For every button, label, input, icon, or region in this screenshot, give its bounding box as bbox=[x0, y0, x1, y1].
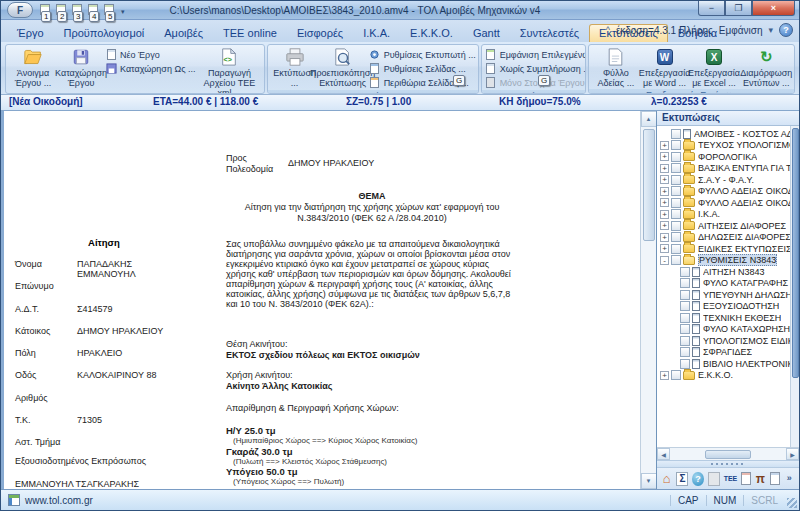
expand-icon[interactable]: + bbox=[660, 371, 669, 380]
expand-icon[interactable]: + bbox=[660, 210, 669, 219]
bank-icon[interactable]: π bbox=[755, 472, 766, 486]
help-icon[interactable]: ? bbox=[779, 23, 793, 37]
tree-item[interactable]: +ΑΙΤΗΣΕΙΣ ΔΙΑΦΟΡΕΣ bbox=[660, 220, 790, 232]
scrollbar-thumb[interactable] bbox=[792, 128, 799, 378]
tree-item[interactable]: ΑΙΤΗΣΗ Ν3843 bbox=[660, 266, 790, 278]
tab-ekko[interactable]: Ε.Κ.Κ.Ο. bbox=[400, 24, 463, 42]
tab-gantt[interactable]: Gantt bbox=[463, 24, 510, 42]
resize-grip[interactable] bbox=[787, 498, 797, 508]
tee-icon[interactable]: TEE bbox=[724, 472, 738, 486]
tab-ergo[interactable]: Έργο bbox=[7, 24, 54, 42]
expand-icon[interactable]: + bbox=[660, 141, 669, 150]
checkbox[interactable] bbox=[680, 290, 690, 300]
scroll-down-icon[interactable]: ▼ bbox=[641, 473, 657, 489]
home-icon[interactable]: ⌂ bbox=[661, 472, 672, 486]
checkbox[interactable] bbox=[671, 209, 681, 219]
tree-item[interactable]: +ΦΥΛΛΟ ΑΔΕΙΑΣ ΟΙΚΟΔΟΜΗΣ bbox=[660, 186, 790, 198]
checkbox[interactable] bbox=[671, 163, 681, 173]
expand-icon[interactable]: + bbox=[660, 164, 669, 173]
page-settings-button[interactable]: Ρυθμίσεις Σελίδας ... bbox=[369, 62, 476, 75]
quick-access-button-1[interactable]: 1 bbox=[39, 4, 52, 17]
tree-item[interactable]: +ΕΙΔΙΚΕΣ ΕΚΤΥΠΩΣΕΙΣ bbox=[660, 243, 790, 255]
document-preview[interactable]: Αίτηση ΌνομαΠΑΠΑΔΑΚΗΣ ΕΜΜΑΝΟΥΗΛ Επώνυμο … bbox=[1, 111, 640, 489]
scroll-right-icon[interactable]: ▶ bbox=[786, 448, 799, 460]
maximize-button[interactable]: ❐ bbox=[725, 1, 752, 16]
quick-access-dropdown-icon[interactable]: ▾ bbox=[121, 8, 125, 16]
checkbox[interactable] bbox=[680, 359, 690, 369]
tree-item[interactable]: ΕΞΟΥΣΙΟΔΟΤΗΣΗ bbox=[660, 301, 790, 313]
tab-tee-online[interactable]: TEE online bbox=[213, 24, 287, 42]
tree-item[interactable]: +ΦΥΛΛΟ ΑΔΕΙΑΣ ΟΙΚΟΔΟΜΗΣ ΝΕ bbox=[660, 197, 790, 209]
tree-item[interactable]: +Ι.Κ.Α. bbox=[660, 209, 790, 221]
tree-item[interactable]: +ΒΑΣΙΚΑ ΕΝΤΥΠΑ ΓΙΑ ΤΗΝ ΕΚΔΟΣΗ bbox=[660, 163, 790, 175]
tree-horizontal-scrollbar[interactable]: ◀ ▶ bbox=[657, 447, 799, 460]
checkbox[interactable] bbox=[671, 255, 681, 265]
save-as-button[interactable]: Καταχώρηση Ως ... bbox=[105, 62, 196, 75]
quick-access-button-4[interactable]: 4 bbox=[87, 4, 100, 17]
print-preview-button[interactable]: Προεπισκόπηση Εκτύπωσης bbox=[319, 46, 367, 89]
tab-ika[interactable]: Ι.Κ.Α. bbox=[353, 24, 400, 42]
close-button[interactable]: × bbox=[752, 1, 795, 16]
minimize-button[interactable]: − bbox=[698, 1, 725, 16]
tree-item[interactable]: +Ε.Κ.Κ.Ο. bbox=[660, 370, 790, 382]
expand-icon[interactable]: + bbox=[660, 152, 669, 161]
quick-access-button-5[interactable]: 5 bbox=[103, 4, 116, 17]
checkbox[interactable] bbox=[671, 370, 681, 380]
tree-vertical-scrollbar[interactable] bbox=[790, 126, 799, 447]
tree-item[interactable]: ΣΦΡΑΓΙΔΕΣ bbox=[660, 347, 790, 359]
quick-access-button-2[interactable]: 2 bbox=[55, 4, 68, 17]
empty-box-icon[interactable] bbox=[708, 472, 720, 486]
tree-item[interactable]: ΦΥΛΟ ΚΑΤΑΓΡΑΦΗΣ ΕΛΛΕΙΨ bbox=[660, 278, 790, 290]
expand-icon[interactable]: + bbox=[660, 198, 669, 207]
tab-amoibes[interactable]: Αμοιβές bbox=[154, 24, 213, 42]
scrollbar-thumb[interactable] bbox=[643, 129, 655, 241]
collapse-icon[interactable]: - bbox=[660, 256, 669, 265]
chevron-down-icon[interactable]: ▾ bbox=[768, 25, 773, 35]
show-selected-button[interactable]: Εμφάνιση Επιλεγμένων bbox=[485, 48, 586, 61]
checkbox[interactable] bbox=[680, 313, 690, 323]
checkbox[interactable] bbox=[680, 336, 690, 346]
edit-with-excel-button[interactable]: X Επεξεργασία με Excel ... bbox=[689, 46, 738, 89]
new-project-button[interactable]: Νέο Έργο bbox=[105, 48, 196, 61]
tree-item-selected[interactable]: -ΡΥΘΜΙΣΕΙΣ Ν3843 bbox=[660, 255, 790, 267]
checkbox[interactable] bbox=[671, 221, 681, 231]
checkbox[interactable] bbox=[680, 267, 690, 277]
scroll-up-icon[interactable]: ▲ bbox=[641, 111, 657, 127]
expand-icon[interactable]: + bbox=[660, 233, 669, 242]
tree-item[interactable]: +Σ.Α.Υ - Φ.Α.Υ. bbox=[660, 174, 790, 186]
checkbox[interactable] bbox=[671, 186, 681, 196]
generate-tee-xml-button[interactable]: <> Παραγωγή Αρχείου TEE xml ... bbox=[198, 46, 260, 94]
tab-syntelestes[interactable]: Συντελεστές bbox=[510, 24, 589, 42]
format-forms-button[interactable]: ↻ Διαμόρφωση Εντύπων ... bbox=[742, 46, 791, 89]
website-link[interactable]: www.tol.com.gr bbox=[25, 495, 93, 506]
edit-with-word-button[interactable]: W Επεξεργασία με Word ... bbox=[640, 46, 689, 89]
panel-splitter[interactable] bbox=[657, 460, 799, 467]
checkbox[interactable] bbox=[680, 301, 690, 311]
leave-sheet-button[interactable]: Φύλλο Αδείας ... bbox=[592, 46, 640, 89]
document-icon[interactable] bbox=[770, 472, 779, 485]
save-project-button[interactable]: Καταχώρηση Έργου bbox=[57, 46, 105, 89]
tree-item[interactable]: +ΔΗΛΩΣΕΙΣ ΔΙΑΦΟΡΕΣ bbox=[660, 232, 790, 244]
tree-item[interactable]: +ΦΟΡΟΛΟΓΙΚΑ bbox=[660, 151, 790, 163]
tree-item[interactable]: ΥΠΟΛΟΓΙΣΜΟΣ ΕΙΔΙΚΟΥ ΠΡ bbox=[660, 335, 790, 347]
tree-item[interactable]: ΦΥΛΟ ΚΑΤΑΧΩΡΗΣΗΣ bbox=[660, 324, 790, 336]
expand-icon[interactable]: + bbox=[660, 175, 669, 184]
checkbox[interactable] bbox=[671, 140, 681, 150]
expand-icon[interactable]: + bbox=[660, 187, 669, 196]
expand-icon[interactable]: + bbox=[660, 221, 669, 230]
checkbox[interactable] bbox=[680, 324, 690, 334]
tree-item[interactable]: ΒΙΒΛΙΟ ΗΛΕΚΤΡΟΝΙΚΗΣ ΚΑΤ bbox=[660, 358, 790, 370]
checkbox[interactable] bbox=[671, 129, 681, 139]
open-project-button[interactable]: Άνοιγμα Έργου ... bbox=[9, 46, 57, 89]
tree-item[interactable]: +ΤΕΥΧΟΣ ΥΠΟΛΟΓΙΣΜΟΥ ΑΜΟΙΒΩΝ bbox=[660, 140, 790, 152]
checkbox[interactable] bbox=[680, 278, 690, 288]
tab-proypologismoi[interactable]: Προϋπολογισμοί bbox=[54, 24, 155, 42]
tree-item[interactable]: ΥΠΕΥΘΥΝΗ ΔΗΛΩΣΗ bbox=[660, 289, 790, 301]
display-menu[interactable]: Εμφάνιση bbox=[719, 25, 763, 36]
printer-settings-button[interactable]: Ρυθμίσεις Εκτυπωτή ... bbox=[369, 48, 476, 61]
collapse-ribbon-icon[interactable]: ^ bbox=[606, 25, 610, 35]
checkbox[interactable] bbox=[671, 175, 681, 185]
checkbox[interactable] bbox=[671, 152, 681, 162]
quick-access-button-3[interactable]: 3 bbox=[71, 4, 84, 17]
tree-item[interactable]: ΑΜΟΙΒΕΣ - ΚΟΣΤΟΣ ΑΔΕΙΑΣ bbox=[660, 128, 790, 140]
